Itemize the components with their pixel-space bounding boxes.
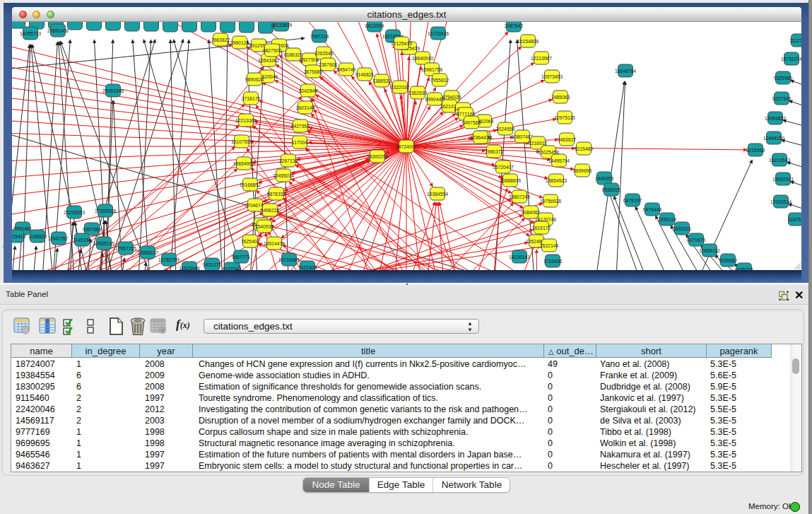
svg-text:8938925: 8938925 [602, 187, 621, 192]
svg-text:116753: 116753 [788, 217, 801, 222]
svg-text:9146821: 9146821 [355, 72, 375, 77]
svg-text:12455034: 12455034 [273, 173, 294, 178]
svg-text:12213967: 12213967 [531, 56, 552, 61]
svg-text:8990448: 8990448 [425, 97, 445, 102]
svg-text:17016534: 17016534 [770, 199, 792, 204]
svg-text:10654112: 10654112 [699, 248, 720, 253]
svg-text:12505135: 12505135 [93, 241, 114, 246]
svg-text:20691406: 20691406 [47, 28, 69, 33]
svg-text:9084067: 9084067 [522, 210, 541, 215]
svg-text:2935114: 2935114 [658, 217, 676, 222]
svg-text:1263546: 1263546 [314, 51, 334, 56]
svg-text:14120746: 14120746 [535, 217, 556, 222]
svg-text:5878332: 5878332 [267, 192, 286, 197]
svg-text:10025458: 10025458 [538, 150, 559, 155]
svg-text:1145194: 1145194 [73, 238, 91, 243]
svg-text:6794028: 6794028 [442, 95, 461, 100]
svg-text:12444150: 12444150 [763, 136, 784, 141]
svg-text:20206553: 20206553 [64, 210, 85, 215]
svg-text:8813054: 8813054 [365, 23, 384, 28]
svg-text:10973493: 10973493 [541, 74, 563, 79]
svg-text:6497568: 6497568 [462, 120, 481, 125]
svg-text:9777169: 9777169 [457, 112, 476, 117]
svg-text:15723416: 15723416 [428, 31, 449, 36]
svg-text:18807249: 18807249 [509, 194, 530, 199]
svg-text:6216012: 6216012 [529, 141, 548, 146]
svg-text:16107553: 16107553 [231, 139, 252, 144]
svg-text:7955812: 7955812 [430, 78, 449, 83]
svg-text:12093852: 12093852 [765, 116, 786, 121]
svg-text:9227343: 9227343 [772, 96, 792, 101]
svg-text:16782759: 16782759 [158, 257, 180, 262]
svg-text:9827500: 9827500 [263, 48, 282, 53]
svg-text:16154808: 16154808 [517, 39, 539, 44]
svg-text:20364436: 20364436 [470, 135, 491, 140]
svg-text:29053346: 29053346 [102, 88, 124, 93]
svg-text:10958107: 10958107 [137, 250, 158, 255]
svg-text:18300295: 18300295 [367, 154, 388, 159]
svg-text:18724007: 18724007 [396, 144, 417, 149]
svg-text:6479197: 6479197 [623, 198, 642, 203]
svg-text:9431276: 9431276 [203, 262, 222, 267]
svg-text:16648784: 16648784 [615, 69, 636, 74]
svg-text:16961758: 16961758 [421, 67, 442, 72]
svg-text:3915413: 3915413 [12, 234, 25, 239]
svg-text:16543362: 16543362 [258, 58, 279, 63]
svg-text:9245652: 9245652 [719, 258, 738, 263]
svg-text:2087642: 2087642 [505, 23, 524, 28]
svg-text:14495794: 14495794 [548, 158, 570, 163]
svg-text:3675685: 3675685 [304, 69, 323, 74]
svg-text:2718176: 2718176 [242, 96, 261, 101]
svg-text:1156829: 1156829 [28, 234, 47, 239]
svg-text:1112753: 1112753 [789, 38, 801, 43]
svg-text:16033809: 16033809 [271, 23, 292, 28]
svg-text:1388520: 1388520 [372, 78, 392, 83]
svg-text:1733436: 1733436 [543, 259, 563, 264]
svg-text:7986372: 7986372 [485, 149, 504, 154]
svg-text:8454749: 8454749 [337, 67, 356, 72]
svg-text:2942757: 2942757 [49, 236, 69, 241]
svg-text:9890624: 9890624 [245, 77, 264, 82]
svg-text:9463627: 9463627 [558, 137, 577, 142]
svg-text:19654955: 19654955 [233, 161, 254, 166]
svg-text:8427552: 8427552 [291, 124, 310, 129]
svg-text:8186323: 8186323 [284, 52, 303, 57]
svg-text:19756928: 19756928 [540, 199, 561, 204]
svg-text:15716485: 15716485 [278, 257, 300, 262]
svg-text:19384554: 19384554 [427, 192, 448, 197]
svg-text:16210643: 16210643 [769, 158, 790, 163]
svg-text:7957224: 7957224 [310, 34, 329, 39]
svg-text:8471676: 8471676 [687, 238, 706, 243]
svg-text:9397588: 9397588 [83, 227, 102, 232]
svg-text:7421903: 7421903 [298, 265, 317, 270]
svg-text:7625402: 7625402 [241, 239, 260, 244]
svg-text:5498222: 5498222 [261, 208, 280, 213]
svg-text:14055713: 14055713 [20, 31, 41, 36]
svg-text:2367608: 2367608 [319, 62, 338, 67]
svg-text:3024554: 3024554 [496, 127, 515, 132]
svg-text:9329966: 9329966 [774, 76, 793, 81]
svg-text:9699695: 9699695 [573, 168, 592, 173]
svg-text:1440955: 1440955 [595, 176, 614, 181]
svg-text:19166852: 19166852 [240, 182, 261, 187]
svg-text:18640910: 18640910 [412, 56, 433, 61]
svg-text:9657771: 9657771 [232, 255, 251, 259]
svg-text:1540935: 1540935 [255, 224, 274, 229]
svg-text:14914479: 14914479 [264, 241, 285, 246]
svg-text:2522144: 2522144 [540, 243, 559, 248]
svg-text:9242848: 9242848 [299, 88, 318, 93]
svg-text:2603144: 2603144 [296, 105, 315, 110]
svg-text:117004: 117004 [292, 140, 307, 145]
svg-text:1362635: 1362635 [408, 90, 428, 95]
svg-text:17359928: 17359928 [95, 209, 116, 214]
svg-text:8215958: 8215958 [746, 148, 765, 153]
svg-text:9474444: 9474444 [643, 207, 662, 212]
svg-text:17957255: 17957255 [115, 246, 136, 251]
svg-text:8322037: 8322037 [391, 85, 410, 90]
svg-text:15751074: 15751074 [781, 57, 801, 62]
svg-text:12975115: 12975115 [554, 115, 575, 120]
svg-text:15692921: 15692921 [772, 177, 794, 182]
svg-text:9215460: 9215460 [575, 146, 594, 151]
svg-text:7485063: 7485063 [551, 95, 570, 100]
svg-text:10807487: 10807487 [512, 134, 533, 139]
